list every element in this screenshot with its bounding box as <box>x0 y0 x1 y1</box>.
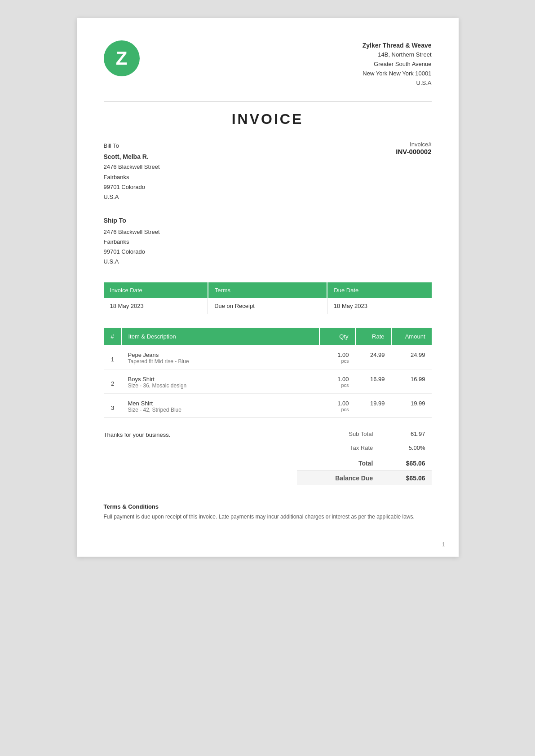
company-address-line2: Greater South Avenue <box>363 60 432 69</box>
col-header-rate: Rate <box>355 328 391 345</box>
items-table: # Item & Description Qty Rate Amount 1 P… <box>104 328 432 418</box>
item-amount: 24.99 <box>391 345 432 369</box>
balance-due-value: $65.06 <box>379 471 431 486</box>
company-logo: Z <box>104 40 140 76</box>
bill-address-line3: 99701 Colorado <box>104 182 160 192</box>
header-divider <box>104 101 432 102</box>
subtotal-value: 61.97 <box>379 427 431 441</box>
ship-address-line4: U.S.A <box>104 257 432 267</box>
item-desc-text: Size - 36, Mosaic design <box>128 382 313 391</box>
balance-due-row: Balance Due $65.06 <box>297 471 432 486</box>
item-name-text: Pepe Jeans <box>128 352 313 358</box>
ship-to-section: Ship To 2476 Blackwell Street Fairbanks … <box>104 215 432 267</box>
date-terms-table: Invoice Date Terms Due Date 18 May 2023 … <box>104 282 432 314</box>
bill-invoice-row: Bill To Scott, Melba R. 2476 Blackwell S… <box>104 141 432 202</box>
item-qty-unit: pcs <box>326 407 349 412</box>
subtotal-label: Sub Total <box>297 427 380 441</box>
terms-text: Full payment is due upon receipt of this… <box>104 513 432 521</box>
company-address-line4: U.S.A <box>363 79 432 88</box>
item-qty: 1.00pcs <box>319 369 355 394</box>
bill-to-label: Bill To <box>104 141 160 151</box>
invoice-number-label: Invoice# <box>396 141 431 148</box>
ship-address-line2: Fairbanks <box>104 237 432 247</box>
invoice-date-header: Invoice Date <box>104 282 208 298</box>
total-value: $65.06 <box>379 455 431 471</box>
item-desc-text: Tapered fit Mid rise - Blue <box>128 358 313 367</box>
invoice-date-value: 18 May 2023 <box>104 298 208 314</box>
tax-rate-value: 5.00% <box>379 441 431 455</box>
totals-table: Sub Total 61.97 Tax Rate 5.00% Total $65… <box>297 427 432 485</box>
col-header-amount: Amount <box>391 328 432 345</box>
table-row: 2 Boys Shirt Size - 36, Mosaic design 1.… <box>104 369 432 394</box>
tax-rate-label: Tax Rate <box>297 441 380 455</box>
col-header-hash: # <box>104 328 122 345</box>
company-info: Zylker Thread & Weave 14B, Northern Stre… <box>363 40 432 88</box>
invoice-page: Z Zylker Thread & Weave 14B, Northern St… <box>77 18 459 557</box>
invoice-number-section: Invoice# INV-000002 <box>396 141 431 202</box>
ship-to-label: Ship To <box>104 215 432 226</box>
balance-due-label: Balance Due <box>297 471 380 486</box>
item-name-text: Boys Shirt <box>128 376 313 382</box>
ship-address-line3: 99701 Colorado <box>104 247 432 257</box>
bill-address-line2: Fairbanks <box>104 172 160 182</box>
bill-address-line4: U.S.A <box>104 192 160 202</box>
item-name: Boys Shirt Size - 36, Mosaic design <box>122 369 319 394</box>
header: Z Zylker Thread & Weave 14B, Northern St… <box>104 40 432 88</box>
invoice-title: INVOICE <box>104 111 432 127</box>
col-header-desc: Item & Description <box>122 328 319 345</box>
thanks-message: Thanks for your business. <box>104 427 297 438</box>
item-rate: 16.99 <box>355 369 391 394</box>
item-qty-unit: pcs <box>326 358 349 364</box>
item-amount: 19.99 <box>391 394 432 418</box>
terms-header: Terms <box>208 282 327 298</box>
item-qty: 1.00pcs <box>319 394 355 418</box>
item-name-text: Men Shirt <box>128 400 313 407</box>
ship-address-line1: 2476 Blackwell Street <box>104 227 432 237</box>
bottom-section: Thanks for your business. Sub Total 61.9… <box>104 427 432 485</box>
invoice-number-value: INV-000002 <box>396 148 431 155</box>
bill-address-line1: 2476 Blackwell Street <box>104 162 160 172</box>
item-rate: 19.99 <box>355 394 391 418</box>
customer-name: Scott, Melba R. <box>104 152 160 163</box>
col-header-qty: Qty <box>319 328 355 345</box>
page-number: 1 <box>442 541 445 548</box>
item-num: 3 <box>104 394 122 418</box>
item-num: 1 <box>104 345 122 369</box>
subtotal-row: Sub Total 61.97 <box>297 427 432 441</box>
company-address-line3: New York New York 10001 <box>363 69 432 79</box>
table-row: 1 Pepe Jeans Tapered fit Mid rise - Blue… <box>104 345 432 369</box>
table-row: 3 Men Shirt Size - 42, Striped Blue 1.00… <box>104 394 432 418</box>
item-name: Men Shirt Size - 42, Striped Blue <box>122 394 319 418</box>
total-row: Total $65.06 <box>297 455 432 471</box>
company-address-line1: 14B, Northern Street <box>363 50 432 60</box>
item-qty-unit: pcs <box>326 382 349 388</box>
item-name: Pepe Jeans Tapered fit Mid rise - Blue <box>122 345 319 369</box>
total-label: Total <box>297 455 380 471</box>
terms-title: Terms & Conditions <box>104 503 432 510</box>
tax-rate-row: Tax Rate 5.00% <box>297 441 432 455</box>
item-rate: 24.99 <box>355 345 391 369</box>
bill-to-section: Bill To Scott, Melba R. 2476 Blackwell S… <box>104 141 160 202</box>
item-desc-text: Size - 42, Striped Blue <box>128 407 313 416</box>
due-date-header: Due Date <box>327 282 431 298</box>
terms-value: Due on Receipt <box>208 298 327 314</box>
item-amount: 16.99 <box>391 369 432 394</box>
item-num: 2 <box>104 369 122 394</box>
item-qty: 1.00pcs <box>319 345 355 369</box>
company-name: Zylker Thread & Weave <box>363 40 432 50</box>
due-date-value: 18 May 2023 <box>327 298 431 314</box>
logo-letter: Z <box>116 48 128 69</box>
totals-section: Sub Total 61.97 Tax Rate 5.00% Total $65… <box>297 427 432 485</box>
terms-section: Terms & Conditions Full payment is due u… <box>104 503 432 521</box>
